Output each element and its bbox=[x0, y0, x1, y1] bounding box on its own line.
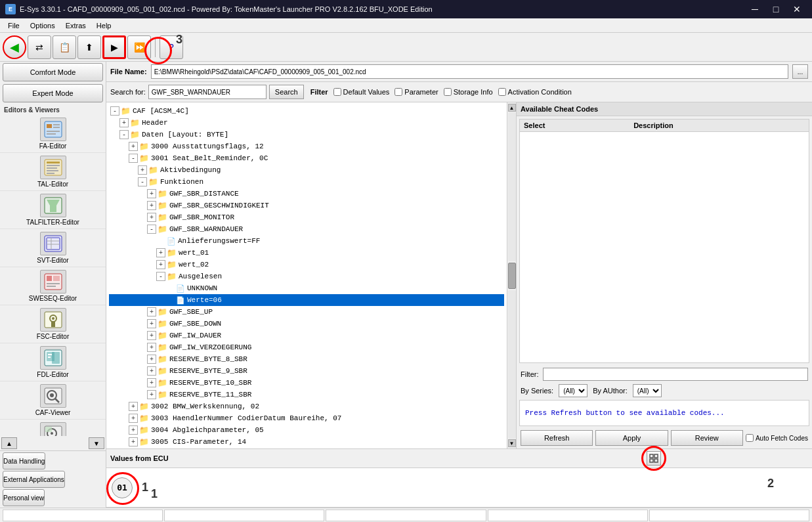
filter-default-values[interactable]: Default Values bbox=[333, 88, 390, 96]
tree-expander[interactable]: + bbox=[147, 343, 156, 352]
tree-item-gwf-iw-dauer[interactable]: + 📁 GWF_IW_DAUER bbox=[109, 330, 504, 341]
sidebar-item-sweseq-editor[interactable]: SWESEQ-Editor bbox=[0, 267, 106, 305]
tree-expander[interactable]: + bbox=[147, 366, 156, 376]
auto-fetch-checkbox[interactable] bbox=[746, 434, 754, 442]
apply-button[interactable]: Apply bbox=[595, 430, 668, 446]
tree-expander[interactable]: + bbox=[147, 189, 156, 198]
minimize-button[interactable]: ─ bbox=[745, 0, 765, 18]
by-series-select[interactable]: (All) bbox=[559, 384, 588, 397]
tree-expander[interactable]: - bbox=[147, 225, 156, 234]
filter-storage-info[interactable]: Storage Info bbox=[444, 88, 493, 96]
tree-expander[interactable]: + bbox=[129, 142, 138, 151]
tree-expander[interactable]: + bbox=[147, 213, 156, 222]
tree-item-gwf-sbr-warndauer[interactable]: - 📁 GWF_SBR_WARNDAUER bbox=[109, 223, 504, 235]
sidebar-down-button[interactable]: ▼ bbox=[89, 437, 104, 449]
download-button[interactable]: ▶ bbox=[102, 35, 126, 59]
tree-expander[interactable]: + bbox=[129, 437, 138, 446]
filter-parameter[interactable]: Parameter bbox=[395, 88, 438, 96]
cheat-codes-table[interactable]: Select Description bbox=[519, 119, 809, 363]
values-right-button[interactable] bbox=[647, 451, 661, 466]
maximize-button[interactable]: □ bbox=[766, 0, 786, 18]
tree-expander[interactable]: + bbox=[147, 201, 156, 210]
tree-expander[interactable]: - bbox=[119, 130, 129, 139]
tree-expander[interactable]: - bbox=[110, 106, 119, 116]
sidebar-item-talfilter-editor[interactable]: TALFILTER-Editor bbox=[0, 191, 106, 229]
tree-item-unknown[interactable]: 📄 UNKNOWN bbox=[109, 282, 504, 294]
comfort-mode-button[interactable]: Comfort Mode bbox=[3, 63, 103, 81]
menu-help[interactable]: Help bbox=[91, 20, 117, 31]
tree-expander[interactable]: - bbox=[156, 272, 165, 281]
close-button[interactable]: ✕ bbox=[787, 0, 807, 18]
tree-item-gwf-sbr-geschwindigkeit[interactable]: + 📁 GWF_SBR_GESCHWINDIGKEIT bbox=[109, 200, 504, 211]
read-button[interactable]: 📋 bbox=[53, 35, 76, 59]
cheat-filter-input[interactable] bbox=[543, 368, 809, 381]
sidebar-item-tal-editor[interactable]: TAL-Editor bbox=[0, 153, 106, 191]
tree-item-werte06[interactable]: 📄 Werte=06 bbox=[109, 294, 504, 306]
tree-item-ausgelesen[interactable]: - 📁 Ausgelesen bbox=[109, 271, 504, 282]
tree-expander[interactable]: + bbox=[147, 378, 156, 387]
filter-activation-condition[interactable]: Activation Condition bbox=[498, 88, 572, 96]
tree-expander[interactable]: + bbox=[147, 319, 156, 328]
tree-item-wert01[interactable]: + 📁 wert_01 bbox=[109, 247, 504, 259]
tree-item-gwf-sbr-distance[interactable]: + 📁 GWF_SBR_DISTANCE bbox=[109, 188, 504, 200]
tree-item-reserve-8[interactable]: + 📁 RESERVE_BYTE_8_SBR bbox=[109, 353, 504, 365]
tree-item-3000[interactable]: + 📁 3000 Ausstattungsflags, 12 bbox=[109, 141, 504, 152]
tree-item-aktivbedingung[interactable]: + 📁 Aktivbedingung bbox=[109, 164, 504, 176]
tree-item-3004[interactable]: + 📁 3004 Abgleichparameter, 05 bbox=[109, 424, 504, 436]
search-input[interactable] bbox=[148, 85, 267, 99]
tree-expander[interactable]: + bbox=[156, 260, 165, 269]
menu-options[interactable]: Options bbox=[25, 20, 60, 31]
tree-expander[interactable]: + bbox=[147, 355, 156, 364]
tree-item-gwf-iw-verzoegerung[interactable]: + 📁 GWF_IW_VERZOEGERUNG bbox=[109, 341, 504, 353]
tree-item-gwf-sbr-monitor[interactable]: + 📁 GWF_SBR_MONITOR bbox=[109, 211, 504, 223]
tree-item-reserve-9[interactable]: + 📁 RESERVE_BYTE_9_SBR bbox=[109, 365, 504, 377]
sidebar-item-caf-viewer[interactable]: CAF-Viewer bbox=[0, 381, 106, 420]
search-button[interactable]: Search bbox=[269, 85, 304, 99]
tree-item-wert02[interactable]: + 📁 wert_02 bbox=[109, 259, 504, 271]
tree-item-3003[interactable]: + 📁 3003 HaendlerNummer CodierDatum Baur… bbox=[109, 412, 504, 424]
tree-expander[interactable]: + bbox=[147, 390, 156, 399]
tree-expander[interactable]: + bbox=[138, 165, 147, 175]
tree-item-funktionen[interactable]: - 📁 Funktionen bbox=[109, 176, 504, 188]
expert-mode-button[interactable]: Expert Mode bbox=[3, 84, 103, 102]
file-name-input[interactable] bbox=[151, 64, 788, 79]
filter-activation-condition-checkbox[interactable] bbox=[498, 88, 506, 96]
tree-expander[interactable]: + bbox=[156, 248, 165, 257]
browse-button[interactable]: ... bbox=[792, 64, 808, 79]
tree-expander[interactable]: + bbox=[129, 402, 138, 411]
review-button[interactable]: Review bbox=[671, 430, 743, 446]
sidebar-item-svt-editor[interactable]: SVT-Editor bbox=[0, 229, 106, 267]
tree-expander[interactable]: + bbox=[119, 118, 129, 127]
tree-expander[interactable]: - bbox=[129, 154, 138, 163]
tree-expander[interactable]: + bbox=[129, 414, 138, 423]
tree-item-3005[interactable]: + 📁 3005 CIS-Parameter, 14 bbox=[109, 436, 504, 448]
tree-item-3002[interactable]: + 📁 3002 BMW_Werkskennung, 02 bbox=[109, 401, 504, 412]
tree-expander[interactable]: + bbox=[147, 307, 156, 316]
tree-item-reserve-11[interactable]: + 📁 RESERVE_BYTE_11_SBR bbox=[109, 389, 504, 401]
sidebar-item-fsc-editor[interactable]: FSC-Editor bbox=[0, 305, 106, 343]
tree-scrollbar[interactable]: ▲ ▼ bbox=[507, 102, 516, 448]
tree-item-anlieferung[interactable]: 📄 Anlieferungswert=FF bbox=[109, 235, 504, 247]
data-handling-button[interactable]: Data Handling bbox=[3, 452, 45, 469]
auto-fetch-label[interactable]: Auto Fetch Codes bbox=[746, 434, 808, 442]
tree-item-daten[interactable]: - 📁 Daten [Layout: BYTE] bbox=[109, 129, 504, 141]
menu-file[interactable]: File bbox=[3, 20, 25, 31]
filter-storage-info-checkbox[interactable] bbox=[444, 88, 452, 96]
filter-parameter-checkbox[interactable] bbox=[395, 88, 402, 96]
sidebar-item-log-viewer[interactable]: Log-Viewer bbox=[0, 420, 106, 436]
tree-item-caf[interactable]: - 📁 CAF [ACSM_4C] bbox=[109, 105, 504, 117]
next-button[interactable]: ⏩ bbox=[127, 35, 151, 59]
tree-expander[interactable]: + bbox=[129, 425, 138, 435]
help-button[interactable]: ? bbox=[160, 35, 183, 59]
sidebar-item-fa-editor[interactable]: FA-Editor bbox=[0, 115, 106, 153]
sidebar-item-fdl-editor[interactable]: FDL-Editor bbox=[0, 343, 106, 381]
refresh-button[interactable]: Refresh bbox=[521, 430, 593, 446]
tree-item-gwf-sbe-down[interactable]: + 📁 GWF_SBE_DOWN bbox=[109, 318, 504, 330]
external-applications-button[interactable]: External Applications bbox=[3, 471, 65, 488]
by-author-select[interactable]: (All) bbox=[633, 384, 662, 397]
filter-default-values-checkbox[interactable] bbox=[333, 88, 341, 96]
tree-item-reserve-10[interactable]: + 📁 RESERVE_BYTE_10_SBR bbox=[109, 377, 504, 389]
tree-expander[interactable]: - bbox=[138, 177, 147, 186]
tree-item-3001[interactable]: - 📁 3001 Seat_Belt_Reminder, 0C bbox=[109, 152, 504, 164]
tree-scroll[interactable]: - 📁 CAF [ACSM_4C] + 📁 Header bbox=[106, 102, 507, 448]
